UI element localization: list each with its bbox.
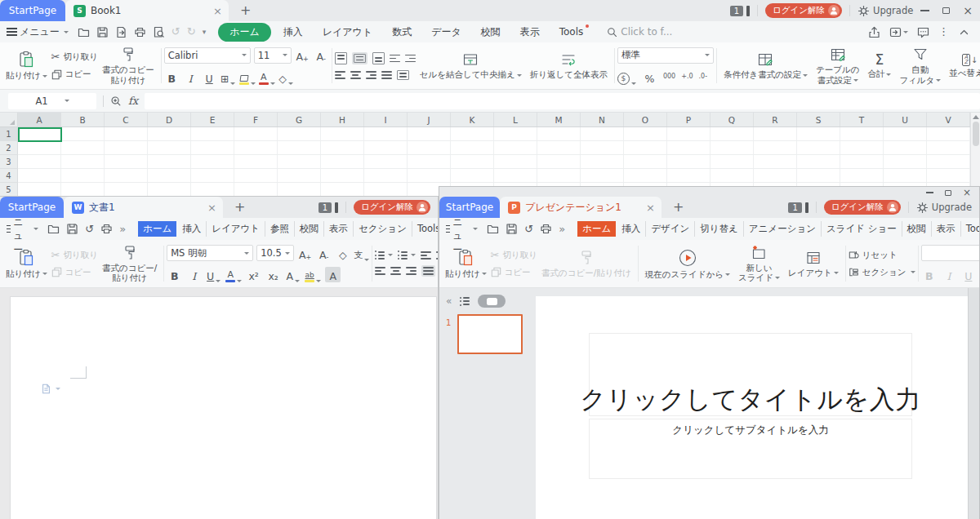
tab-startpage[interactable]: StartPage — [0, 0, 65, 21]
font-color-button[interactable]: A — [225, 267, 242, 282]
scroll-up-icon[interactable] — [973, 115, 979, 119]
new-tab-button[interactable]: + — [234, 201, 245, 214]
font-color-button[interactable]: A — [259, 69, 275, 85]
doc-assist-button[interactable] — [41, 384, 60, 394]
ribbon-tab[interactable]: データ — [421, 23, 471, 42]
collapse-panel-icon[interactable]: « — [446, 296, 452, 306]
reset-button[interactable]: リセット — [849, 250, 916, 261]
new-slide-button[interactable]: 新しい スライド — [734, 245, 784, 283]
formula-input[interactable] — [145, 93, 980, 109]
font-size-select[interactable]: 11 — [254, 47, 292, 64]
decrease-font-button[interactable]: A- — [316, 246, 332, 261]
text-effects-button[interactable]: A — [285, 267, 301, 282]
copy-button[interactable]: コピー — [51, 267, 98, 278]
column-header[interactable]: J — [408, 113, 451, 126]
highlight-button[interactable]: ab — [305, 267, 321, 282]
italic-button[interactable]: I — [941, 267, 956, 282]
new-window-button[interactable] — [889, 26, 908, 38]
toolbar-more-icon[interactable]: » — [119, 224, 126, 235]
wrap-text-button[interactable]: 折り返して全体表示 — [526, 51, 612, 80]
subscript-button[interactable]: x₂ — [265, 267, 281, 282]
ribbon-tab[interactable]: レイアウト — [207, 221, 265, 237]
window-count-badge[interactable]: 1 — [788, 202, 801, 213]
toolbar-more-icon[interactable]: » — [559, 224, 565, 235]
vertical-scrollbar[interactable] — [970, 113, 980, 196]
tab-document[interactable]: W 文書1 × — [64, 197, 223, 218]
underline-button[interactable]: U — [206, 267, 221, 282]
ribbon-tab[interactable]: ホーム — [577, 221, 616, 237]
align-top-icon[interactable] — [335, 52, 347, 64]
sum-button[interactable]: Σ 合計 — [863, 52, 895, 79]
print-icon[interactable] — [100, 223, 113, 235]
scroll-thumb[interactable] — [973, 122, 979, 146]
ribbon-tab[interactable]: ホーム — [218, 23, 271, 42]
char-shading-button[interactable]: A — [325, 267, 341, 282]
column-header[interactable]: R — [754, 113, 797, 126]
conditional-format-button[interactable]: 条件付き書式の設定 — [719, 51, 812, 80]
grid-cells[interactable] — [18, 155, 980, 169]
column-header[interactable]: K — [451, 113, 494, 126]
logout-button[interactable]: ログイン解除 — [765, 3, 842, 18]
align-right-icon[interactable] — [366, 71, 376, 79]
row-header[interactable]: 2 — [0, 141, 18, 155]
comment-icon[interactable] — [917, 26, 929, 38]
column-header[interactable]: B — [61, 113, 105, 126]
column-header[interactable]: E — [191, 113, 234, 126]
comma-format-button[interactable]: 000 — [663, 73, 675, 80]
copy-button[interactable]: コピー — [491, 267, 537, 278]
slide-view-toggle[interactable] — [478, 295, 506, 308]
bold-button[interactable]: B — [921, 267, 937, 282]
align-right-icon[interactable] — [406, 267, 416, 275]
tab-close-icon[interactable]: × — [207, 202, 216, 213]
play-from-current-button[interactable]: 現在のスライドから — [641, 248, 734, 280]
decrease-indent-icon[interactable] — [390, 55, 400, 63]
slide-canvas[interactable]: クリックしてタイトルを入力 クリックしてサブタイトルを入力 — [536, 296, 969, 519]
section-button[interactable]: セクション — [849, 267, 916, 278]
column-header[interactable]: C — [105, 113, 148, 126]
align-middle-icon[interactable] — [354, 54, 366, 64]
align-left-icon[interactable] — [335, 71, 345, 79]
underline-button[interactable]: U — [202, 69, 217, 85]
new-tab-button[interactable]: + — [240, 4, 251, 17]
ribbon-tab[interactable]: 挿入 — [177, 221, 207, 237]
maximize-icon[interactable] — [942, 7, 950, 14]
collapse-ribbon-icon[interactable] — [958, 26, 970, 38]
format-painter-button[interactable]: 書式のコピー 貼り付け — [98, 47, 158, 85]
row-header[interactable]: 4 — [0, 169, 18, 183]
align-bottom-icon[interactable] — [372, 52, 385, 64]
ribbon-tab[interactable]: 表示 — [324, 221, 354, 237]
print-icon[interactable] — [540, 223, 552, 235]
column-header[interactable]: I — [364, 113, 408, 126]
open-icon[interactable] — [78, 26, 90, 38]
window-count-badge[interactable]: 1 — [730, 6, 743, 16]
tab-document[interactable]: P プレゼンテーション1 × — [500, 197, 662, 218]
decrease-indent-icon[interactable] — [421, 251, 431, 260]
column-header[interactable]: S — [797, 113, 840, 126]
autofilter-button[interactable]: 自動 フィルタ — [895, 47, 945, 85]
fx-label[interactable]: fx — [128, 95, 138, 107]
bullet-list-button[interactable] — [375, 251, 393, 260]
tab-document[interactable]: S Book1 × — [65, 0, 229, 21]
minimize-icon[interactable] — [920, 10, 929, 11]
numbered-list-button[interactable] — [398, 251, 416, 260]
logout-button[interactable]: ログイン解除 — [824, 200, 901, 215]
share-icon[interactable] — [868, 26, 880, 38]
column-header[interactable]: U — [884, 113, 927, 126]
search-box[interactable]: Click to f... — [607, 26, 672, 38]
print-icon[interactable] — [134, 26, 146, 38]
ribbon-tab[interactable]: 表示 — [932, 221, 961, 237]
row-header[interactable]: 5 — [0, 183, 18, 196]
phonetic-guide-button[interactable]: 支 — [354, 246, 369, 261]
clear-format-button[interactable]: ◇ — [278, 69, 294, 85]
grid-cells[interactable] — [18, 169, 980, 183]
title-placeholder[interactable]: クリックしてタイトルを入力 — [589, 333, 912, 416]
column-header[interactable]: T — [840, 113, 884, 126]
tab-close-icon[interactable]: × — [646, 202, 655, 213]
ribbon-tab[interactable]: 校閲 — [471, 23, 510, 42]
row-header[interactable]: 3 — [0, 155, 18, 169]
justify-icon[interactable] — [423, 267, 434, 275]
column-header[interactable]: G — [278, 113, 321, 126]
table-style-button[interactable]: テーブルの 書式設定 — [812, 47, 863, 85]
undo-icon[interactable]: ↺ — [85, 224, 94, 235]
increase-font-button[interactable]: A+ — [295, 47, 310, 63]
